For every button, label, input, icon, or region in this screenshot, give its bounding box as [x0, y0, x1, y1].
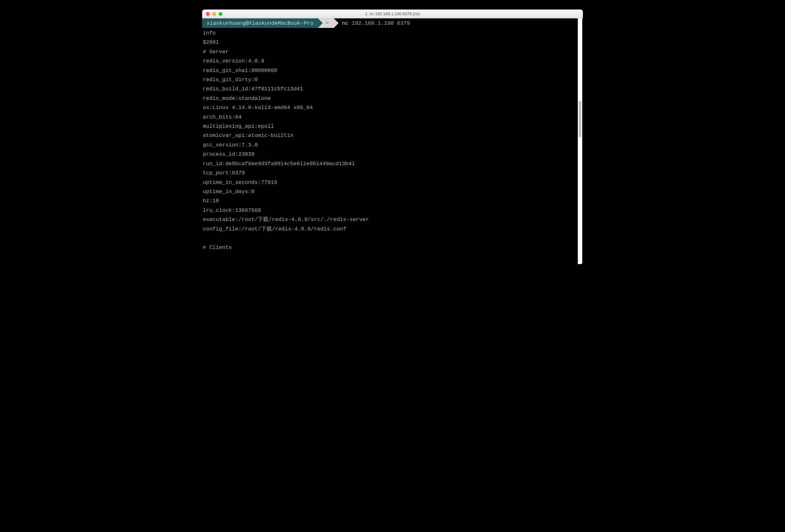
- output-line: info: [202, 29, 583, 38]
- output-line: hz:10: [202, 196, 583, 206]
- output-line: redis_mode:standalone: [202, 94, 583, 103]
- output-line: tcp_port:6379: [202, 168, 583, 178]
- output-line: multiplexing_api:epoll: [202, 122, 583, 131]
- prompt-command: nc 192.168.1.100 6379: [334, 18, 410, 28]
- output-line: os:Linux 4.14.0-kali3-amd64 x86_64: [202, 103, 583, 112]
- output-line: gcc_version:7.3.0: [202, 140, 583, 150]
- output-line: config_file:/root/下载/redis-4.0.9/redis.c…: [202, 224, 583, 234]
- output-line: $2801: [202, 38, 583, 47]
- output-line: redis_git_sha1:00000000: [202, 66, 583, 75]
- terminal-body[interactable]: xiaokunhuang@XiaokundeMacBook-Pro ~ nc 1…: [202, 18, 583, 264]
- output-line: executable:/root/下载/redis-4.0.9/src/./re…: [202, 215, 583, 224]
- minimize-icon[interactable]: [212, 12, 216, 16]
- output-line: redis_git_dirty:0: [202, 75, 583, 84]
- scrollbar[interactable]: [578, 18, 582, 264]
- prompt-line: xiaokunhuang@XiaokundeMacBook-Pro ~ nc 1…: [202, 18, 583, 28]
- output-line: uptime_in_seconds:77919: [202, 178, 583, 187]
- terminal-window: 1. nc 192.168.1.100 6379 (nc) xiaokunhua…: [202, 9, 583, 264]
- output-line: redis_version:4.0.9: [202, 56, 583, 65]
- window-controls: [206, 12, 222, 16]
- output-line: [202, 234, 583, 243]
- output-line: # Server: [202, 47, 583, 56]
- output-line: redis_build_id:47f0111c5fc13d41: [202, 84, 583, 94]
- command-name: nc: [342, 20, 348, 26]
- prompt-user-host: xiaokunhuang@XiaokundeMacBook-Pro: [202, 18, 318, 28]
- output-line: process_id:23839: [202, 150, 583, 159]
- output-line: uptime_in_days:0: [202, 187, 583, 196]
- output-line: # Clients: [202, 243, 583, 252]
- close-icon[interactable]: [206, 12, 210, 16]
- output-line: arch_bits:64: [202, 112, 583, 122]
- output-line: atomicvar_api:atomic-builtin: [202, 131, 583, 140]
- window-title: 1. nc 192.168.1.100 6379 (nc): [202, 11, 583, 16]
- terminal-output: info$2801# Serverredis_version:4.0.9redi…: [202, 28, 583, 252]
- output-line: lru_clock:13667569: [202, 206, 583, 215]
- output-line: run_id:de8bcaf6ee9d3fa9014c5e611e951449a…: [202, 159, 583, 168]
- maximize-icon[interactable]: [219, 12, 222, 16]
- command-args: 192.168.1.100 6379: [352, 20, 410, 26]
- scroll-thumb[interactable]: [579, 101, 581, 137]
- window-titlebar: 1. nc 192.168.1.100 6379 (nc): [202, 9, 583, 18]
